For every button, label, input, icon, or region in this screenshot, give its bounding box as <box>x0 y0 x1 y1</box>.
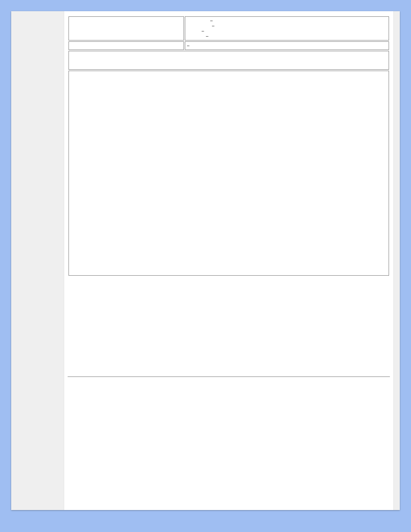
page-frame: – – – – – <box>11 11 400 510</box>
scrollbar-gutter[interactable] <box>393 11 400 510</box>
cell-right: – – – – <box>185 16 389 40</box>
dash-text: – <box>187 28 387 34</box>
table-row <box>68 71 389 276</box>
left-sidebar <box>11 11 64 510</box>
section-divider <box>68 376 390 377</box>
table-row <box>68 51 389 70</box>
cell-right: – <box>185 41 389 50</box>
band-cell <box>68 51 389 70</box>
cell-left <box>68 41 184 50</box>
content-area: – – – – – <box>64 11 393 510</box>
table-row: – – – – <box>68 16 389 40</box>
cell-left <box>68 16 184 40</box>
dash-text: – <box>187 34 387 39</box>
table-row: – <box>68 41 389 50</box>
dash-text: – <box>187 18 387 23</box>
dash-text: – <box>187 43 190 48</box>
dash-text: – <box>187 23 387 28</box>
figure-cell <box>68 71 389 276</box>
data-table: – – – – – <box>68 16 390 277</box>
